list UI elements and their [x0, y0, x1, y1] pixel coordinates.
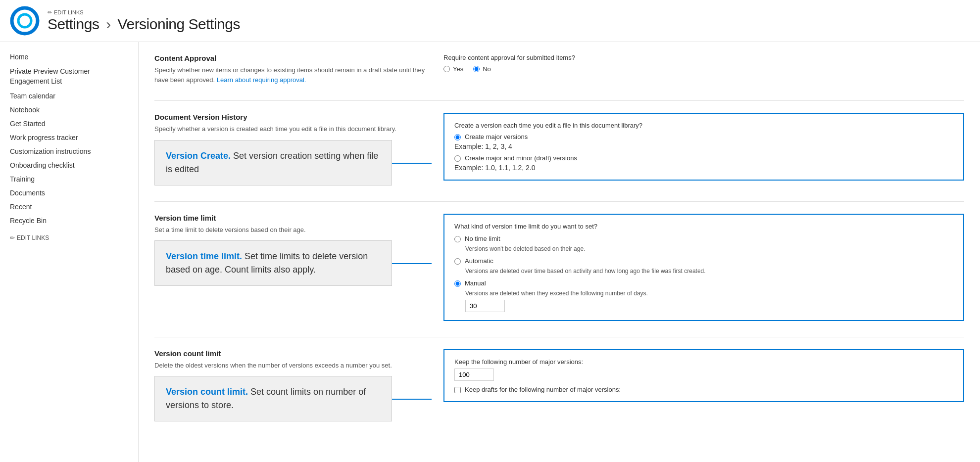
version-count-section: Version count limit Delete the oldest ve…	[154, 349, 964, 422]
sidebar-item-documents[interactable]: Documents	[0, 186, 138, 200]
version-count-title: Version count limit	[154, 349, 432, 358]
version-time-box-title: What kind of version time limit do you w…	[454, 223, 953, 230]
callout-version-count: Version count limit. Set count limits on…	[154, 376, 392, 421]
content-approval-right: Require content approval for submitted i…	[443, 54, 964, 85]
approval-yes-radio[interactable]	[443, 66, 450, 72]
major-versions-count-input[interactable]	[454, 369, 494, 381]
sidebar-item-onboarding[interactable]: Onboarding checklist	[0, 158, 138, 172]
require-approval-label: Require content approval for submitted i…	[443, 54, 964, 61]
major-versions-radio[interactable]	[454, 134, 461, 140]
approval-yes-text: Yes	[453, 65, 463, 73]
automatic-text: Automatic	[465, 257, 493, 265]
version-time-blue-box: What kind of version time limit do you w…	[443, 214, 964, 321]
automatic-label[interactable]: Automatic	[454, 257, 953, 265]
approval-no-text: No	[483, 65, 491, 73]
automatic-radio[interactable]	[454, 258, 461, 265]
callout-version-time-title: Version time limit.	[166, 251, 242, 261]
body-container: Home Private Preview Customer Engagement…	[0, 42, 980, 462]
version-count-desc: Delete the oldest versions when the numb…	[154, 361, 432, 370]
manual-days-input[interactable]	[465, 300, 505, 312]
no-time-limit-label[interactable]: No time limit	[454, 235, 953, 242]
content-approval-left: Content Approval Specify whether new ite…	[154, 54, 432, 85]
sidebar-item-get-started[interactable]: Get Started	[0, 117, 138, 131]
manual-label[interactable]: Manual	[454, 279, 953, 287]
sidebar-item-notebook[interactable]: Notebook	[0, 103, 138, 117]
sidebar-item-private-preview[interactable]: Private Preview Customer Engagement List	[0, 64, 138, 89]
version-time-section: Version time limit Set a time limit to d…	[154, 214, 964, 321]
sidebar-item-work-progress[interactable]: Work progress tracker	[0, 131, 138, 144]
connector-doc-version	[392, 163, 432, 164]
sidebar-item-recent[interactable]: Recent	[0, 200, 138, 214]
major-versions-example: Example: 1, 2, 3, 4	[454, 142, 512, 150]
version-count-blue-box: Keep the following number of major versi…	[443, 349, 964, 402]
callout-version-time: Version time limit. Set time limits to d…	[154, 240, 392, 286]
edit-links-top-label[interactable]: EDIT LINKS	[54, 9, 84, 15]
connector-version-count	[392, 399, 432, 400]
major-versions-label[interactable]: Create major versions	[454, 133, 953, 140]
version-time-right: What kind of version time limit do you w…	[443, 214, 964, 321]
approval-no-label[interactable]: No	[473, 65, 491, 73]
divider-3	[154, 337, 964, 337]
no-time-limit-text: No time limit	[465, 235, 500, 242]
version-time-radio-group: No time limit Versions won't be deleted …	[454, 235, 953, 312]
approval-radio-group: Yes No	[443, 65, 964, 73]
sidebar-item-training[interactable]: Training	[0, 172, 138, 186]
approval-yes-label[interactable]: Yes	[443, 65, 463, 73]
doc-version-blue-box: Create a version each time you edit a fi…	[443, 113, 964, 181]
app-container: ✏ EDIT LINKS Settings › Versioning Setti…	[0, 0, 980, 462]
logo	[10, 6, 40, 36]
content-approval-section: Content Approval Specify whether new ite…	[154, 54, 964, 85]
edit-links-bottom[interactable]: ✏ EDIT LINKS	[0, 230, 138, 246]
version-time-title: Version time limit	[154, 214, 432, 222]
doc-version-left: Document Version History Specify whether…	[154, 113, 432, 185]
content-approval-title: Content Approval	[154, 54, 432, 62]
keep-drafts-label[interactable]: Keep drafts for the following number of …	[454, 386, 953, 393]
manual-desc: Versions are deleted when they exceed th…	[465, 289, 953, 298]
doc-version-title: Document Version History	[154, 113, 432, 121]
doc-version-section: Document Version History Specify whether…	[154, 113, 964, 185]
approval-no-radio[interactable]	[473, 66, 480, 72]
keep-drafts-text: Keep drafts for the following number of …	[465, 386, 621, 393]
major-minor-versions-example: Example: 1.0, 1.1, 1.2, 2.0	[454, 164, 535, 172]
keep-drafts-checkbox[interactable]	[454, 387, 461, 393]
automatic-desc: Versions are deleted over time based on …	[465, 267, 953, 276]
page-title: Settings › Versioning Settings	[48, 16, 240, 33]
version-count-right: Keep the following number of major versi…	[443, 349, 964, 422]
version-count-left: Version count limit Delete the oldest ve…	[154, 349, 432, 422]
sidebar-item-customization[interactable]: Customization instructions	[0, 144, 138, 158]
version-time-left: Version time limit Set a time limit to d…	[154, 214, 432, 321]
no-time-limit-desc: Versions won't be deleted based on their…	[465, 244, 953, 253]
callout-doc-version: Version Create. Set version creation set…	[154, 140, 392, 185]
pencil-icon-bottom: ✏	[10, 234, 15, 241]
sidebar-item-recycle-bin[interactable]: Recycle Bin	[0, 214, 138, 228]
major-minor-versions-text: Create major and minor (draft) versions	[465, 154, 577, 162]
callout-doc-version-title: Version Create.	[166, 151, 231, 161]
major-versions-text: Create major versions	[465, 133, 528, 140]
svg-point-1	[18, 14, 31, 27]
callout-version-count-title: Version count limit.	[166, 387, 248, 397]
doc-version-desc: Specify whether a version is created eac…	[154, 124, 432, 134]
edit-links-bottom-label: EDIT LINKS	[17, 234, 49, 241]
content-approval-desc: Specify whether new items or changes to …	[154, 65, 432, 85]
sidebar-item-team-calendar[interactable]: Team calendar	[0, 89, 138, 103]
title-prefix: Settings	[48, 16, 99, 32]
major-minor-versions-radio[interactable]	[454, 155, 461, 162]
breadcrumb-arrow: ›	[106, 16, 111, 32]
sidebar-item-home[interactable]: Home	[0, 50, 138, 64]
title-main: Versioning Settings	[118, 16, 240, 32]
pencil-icon: ✏	[48, 9, 52, 16]
major-minor-versions-label[interactable]: Create major and minor (draft) versions	[454, 154, 953, 162]
no-time-limit-radio[interactable]	[454, 236, 461, 242]
content-approval-learn-more[interactable]: Learn about requiring approval.	[217, 76, 306, 84]
svg-point-0	[12, 8, 38, 34]
divider-2	[154, 201, 964, 202]
keep-major-label: Keep the following number of major versi…	[454, 358, 953, 366]
header-title-area: ✏ EDIT LINKS Settings › Versioning Setti…	[48, 9, 240, 33]
version-time-desc: Set a time limit to delete versions base…	[154, 225, 432, 235]
divider-1	[154, 100, 964, 101]
connector-version-time	[392, 263, 432, 264]
edit-links-top[interactable]: ✏ EDIT LINKS	[48, 9, 240, 16]
main-content: Content Approval Specify whether new ite…	[139, 42, 980, 462]
manual-radio[interactable]	[454, 280, 461, 287]
doc-version-box-title: Create a version each time you edit a fi…	[454, 122, 953, 129]
